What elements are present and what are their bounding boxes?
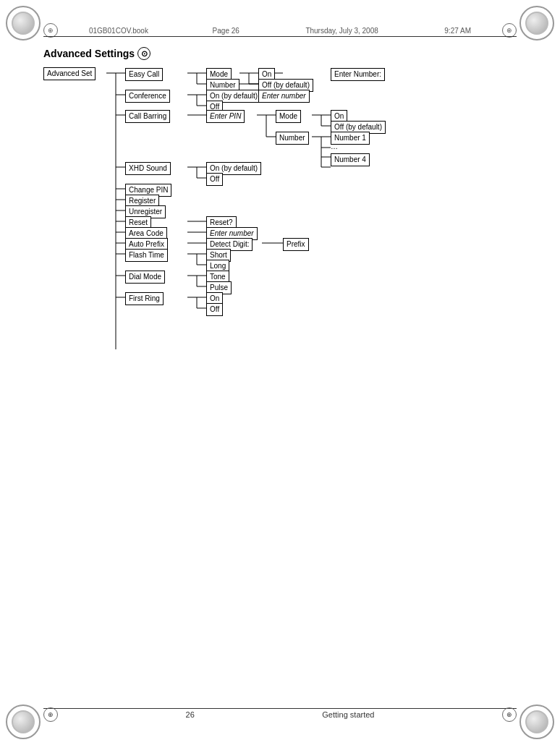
- footer-page-number: 26: [186, 710, 195, 719]
- box-dial-mode: Dial Mode: [125, 271, 165, 284]
- box-enter-pin: Enter PIN: [206, 110, 245, 123]
- tree-diagram: Advanced Set Easy Call Conference Call B…: [43, 67, 517, 429]
- reg-mark-left: ⊕: [43, 23, 58, 38]
- title-text: Advanced Settings: [43, 48, 135, 59]
- box-advanced-set: Advanced Set: [43, 67, 96, 80]
- box-number-4: Number 4: [331, 153, 370, 166]
- footer-section: Getting started: [322, 710, 374, 719]
- corner-decoration-tl: [6, 6, 41, 41]
- header-bar: ⊕ 01GB01COV.book Page 26 Thursday, July …: [43, 23, 517, 38]
- box-easy-call: Easy Call: [125, 68, 163, 81]
- box-xhd-off: Off: [206, 173, 223, 186]
- title-symbol: ⊙: [137, 47, 150, 60]
- corner-decoration-bl: [6, 704, 41, 739]
- corner-decoration-br: [519, 704, 554, 739]
- page-title: Advanced Settings ⊙: [43, 47, 517, 60]
- reg-mark-right: ⊕: [502, 23, 517, 38]
- header-rule: [43, 36, 517, 37]
- box-first-ring: First Ring: [125, 292, 164, 305]
- box-barring-number: Number: [276, 132, 309, 145]
- main-content: Advanced Settings ⊙: [43, 47, 517, 705]
- reg-mark-footer-right: ⊕: [502, 707, 517, 722]
- header-filename: 01GB01COV.book: [89, 27, 148, 35]
- box-barring-mode: Mode: [276, 110, 301, 123]
- box-xhd-sound: XHD Sound: [125, 162, 171, 175]
- footer-bar: ⊕ 26 Getting started ⊕: [43, 707, 517, 722]
- corner-decoration-tr: [519, 6, 554, 41]
- header-time: 9:27 AM: [444, 27, 471, 35]
- box-dots: …: [331, 142, 338, 150]
- box-enter-number-label: Enter Number:: [331, 68, 385, 81]
- header-page: Page 26: [213, 27, 239, 35]
- box-enter-number-col3: Enter number: [258, 90, 310, 103]
- box-prefix: Prefix: [283, 238, 309, 251]
- header-date: Thursday, July 3, 2008: [305, 27, 378, 35]
- box-call-barring: Call Barring: [125, 110, 170, 123]
- box-flash-time: Flash Time: [125, 249, 168, 262]
- reg-mark-footer-left: ⊕: [43, 707, 58, 722]
- box-firstring-off: Off: [206, 303, 223, 316]
- box-conference: Conference: [125, 90, 170, 103]
